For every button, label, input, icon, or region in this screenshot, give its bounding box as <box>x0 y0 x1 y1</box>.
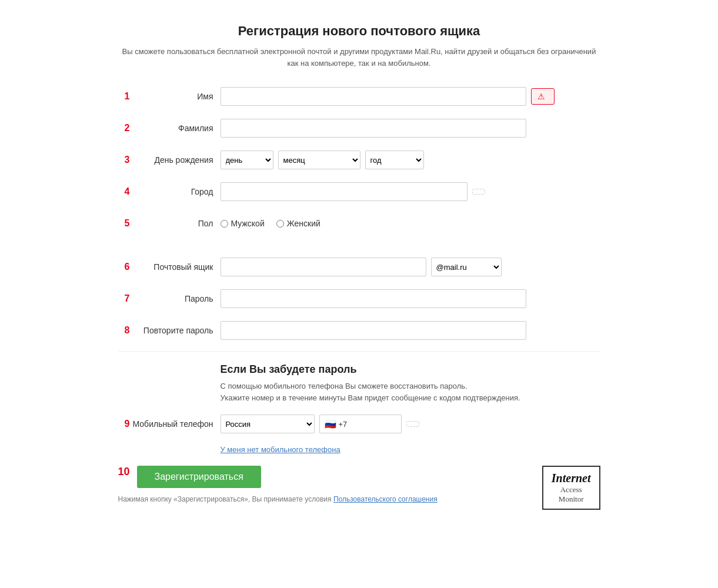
page-title: Регистрация нового почтового ящика <box>118 24 600 39</box>
phone-prefix: +7 <box>339 420 348 429</box>
radio-female[interactable] <box>276 220 284 228</box>
label-name: Имя <box>132 92 221 101</box>
country-select[interactable]: Россия Украина Беларусь <box>221 415 315 433</box>
badge-line1: Internet <box>552 472 591 485</box>
recovery-title: Если Вы забудете пароль <box>221 363 600 376</box>
badge-line2: Access <box>552 485 591 495</box>
last-name-input[interactable] <box>221 119 526 138</box>
city-input[interactable] <box>221 182 467 201</box>
terms-link[interactable]: Пользовательского соглашения <box>333 495 438 503</box>
recovery-text: С помощью мобильного телефона Вы сможете… <box>221 380 600 403</box>
footer-text: Нажимая кнопку «Зарегистрироваться», Вы … <box>118 495 600 515</box>
confirm-password-input[interactable] <box>221 321 526 340</box>
password-input[interactable] <box>221 289 526 308</box>
page-subtitle: Вы сможете пользоваться бесплатной элект… <box>118 46 600 69</box>
radio-female-text: Женский <box>287 219 320 228</box>
first-name-input[interactable] <box>221 87 526 106</box>
step4-number: 4 <box>118 186 130 197</box>
day-select[interactable]: день <box>221 151 273 169</box>
label-password: Пароль <box>132 294 221 303</box>
month-select[interactable]: месяц <box>278 151 360 169</box>
phone-input-wrapper: 🇷🇺 +7 <box>319 415 402 433</box>
step5-number: 5 <box>118 218 130 229</box>
label-gender: Пол <box>132 219 221 228</box>
step8-number: 8 <box>118 325 130 336</box>
error-badge-name: ⚠ <box>531 88 555 105</box>
step2-number: 2 <box>118 123 130 133</box>
step3-number: 3 <box>118 155 130 165</box>
mail-domain-select[interactable]: @mail.ru @inbox.ru @list.ru @bk.ru <box>431 258 502 276</box>
step10-number: 10 <box>118 466 130 478</box>
optional-badge-city <box>472 189 485 195</box>
label-lastname: Фамилия <box>132 123 221 133</box>
step7-number: 7 <box>118 293 130 304</box>
radio-male-text: Мужской <box>231 219 265 228</box>
step1-number: 1 <box>118 91 130 102</box>
flag-icon: 🇷🇺 <box>325 419 336 430</box>
year-select[interactable]: год <box>365 151 424 169</box>
radio-male-label[interactable]: Мужской <box>221 219 265 228</box>
internet-monitor-badge: Internet Access Monitor <box>542 466 600 510</box>
label-city: Город <box>132 187 221 196</box>
email-input[interactable] <box>221 258 426 276</box>
label-birthday: День рождения <box>132 155 221 165</box>
optional-badge-phone <box>406 421 419 427</box>
badge-line3: Monitor <box>552 495 591 504</box>
no-phone-link[interactable]: У меня нет мобильного телефона <box>221 445 340 454</box>
label-email: Почтовый ящик <box>132 262 221 272</box>
warning-icon: ⚠ <box>537 92 545 101</box>
submit-button[interactable]: Зарегистрироваться <box>137 466 261 488</box>
radio-female-label[interactable]: Женский <box>276 219 320 228</box>
phone-number-input[interactable] <box>349 420 396 429</box>
label-confirm-password: Повторите пароль <box>132 326 221 335</box>
label-phone: Мобильный телефон <box>132 419 221 429</box>
radio-male[interactable] <box>221 220 228 228</box>
step9-number: 9 <box>118 419 130 429</box>
step6-number: 6 <box>118 262 130 272</box>
